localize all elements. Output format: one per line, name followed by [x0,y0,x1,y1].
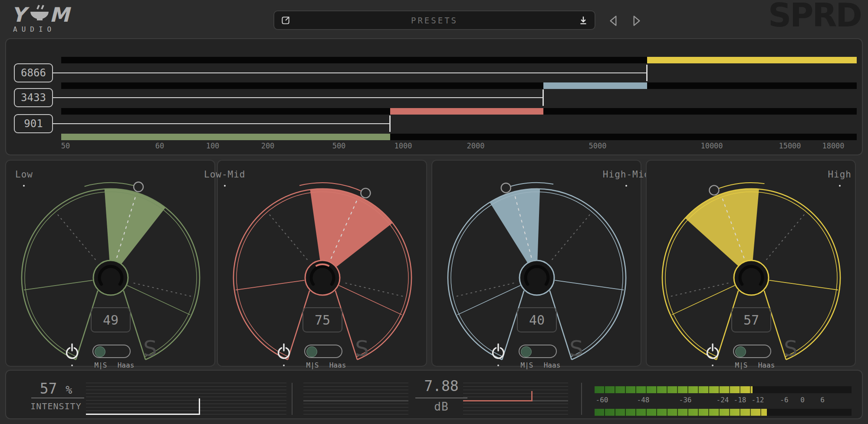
axis-tick-label: 1000 [395,141,412,150]
spread-gauge-high-mid[interactable] [432,161,642,368]
ms-mode-label[interactable]: M|S [90,361,111,369]
band-dot [224,185,226,187]
crossover-value-low[interactable]: 901 [14,114,53,133]
band-label: High-Mid [603,169,650,180]
intensity-slider[interactable] [86,383,286,415]
band-bar-low [61,134,857,140]
power-dot [712,365,713,366]
ms-haas-toggle[interactable] [519,345,557,358]
ms-haas-toggle[interactable] [733,345,771,358]
band-dot [625,185,627,187]
band-dot [839,185,841,187]
gauge-handle[interactable] [134,182,143,192]
band-power-button[interactable] [276,342,292,366]
band-card-high: High 57 M|S Haas S [646,160,856,367]
crossover-handle[interactable] [389,115,391,132]
gauge-handle[interactable] [709,185,719,195]
spread-gauge-low[interactable] [6,161,216,368]
crossover-value-high[interactable]: 6866 [14,63,53,82]
spread-gauge-low-mid[interactable] [218,161,428,368]
band-label-wrap: High [828,169,852,187]
right-triangle-icon [634,16,640,25]
crossover-slider-low[interactable] [53,123,390,124]
band-segment-low [61,134,390,140]
previous-preset-button[interactable] [606,13,621,29]
toggle-knob[interactable] [735,346,746,357]
band-power-button[interactable] [704,342,721,366]
haas-mode-label[interactable]: Haas [113,361,139,369]
meter-scale-label: -36 [679,396,692,404]
band-segment-high [647,57,857,63]
toggle-knob[interactable] [521,346,532,357]
ms-mode-label[interactable]: M|S [302,361,323,369]
band-power-button[interactable] [490,342,506,366]
toggle-knob[interactable] [95,346,105,357]
crossover-handle[interactable] [646,65,648,81]
footer-separator [581,383,582,415]
solo-button[interactable]: S [355,336,369,361]
axis-tick-label: 18000 [822,141,844,150]
spread-value-high-mid[interactable]: 40 [517,307,557,332]
gauge-handle[interactable] [501,183,511,193]
meter-level-left [595,386,753,393]
spread-value-high[interactable]: 57 [731,307,771,332]
ms-haas-toggle[interactable] [92,345,131,358]
export-preset-icon[interactable] [280,15,291,26]
solo-button[interactable]: S [143,336,157,361]
gain-rule [415,398,467,398]
meter-ticks [595,386,753,393]
meter-track-left [595,386,852,393]
sprd-plugin-window: Y M AUDIO PRESETS SPRD 6866 3 [0,0,868,424]
band-bar-low-mid [61,108,857,115]
meter-scale-label: -60 [596,396,608,404]
band-label: Low-Mid [204,169,246,180]
load-preset-icon[interactable] [578,15,589,26]
gauge-handle[interactable] [361,188,370,198]
power-dot [497,365,499,366]
crossover-value-mid[interactable]: 3433 [14,88,53,107]
brand-letter-y: Y [11,4,30,26]
band-card-low-mid: Low-Mid 75 M|S Haas S [217,160,427,367]
crossover-slider-high[interactable] [53,72,647,73]
spread-value-low[interactable]: 49 [91,307,131,332]
band-card-low: Low 49 M|S Haas S [5,160,215,367]
solo-button[interactable]: S [784,336,798,361]
toggle-knob[interactable] [306,346,317,357]
ms-mode-label[interactable]: M|S [731,361,752,369]
intensity-rule [31,398,84,398]
crossover-slider-mid[interactable] [53,97,543,98]
power-dot [283,365,285,366]
ms-mode-label[interactable]: M|S [516,361,537,369]
gain-indicator-v[interactable] [531,391,533,401]
haas-mode-label[interactable]: Haas [753,361,779,369]
haas-mode-label[interactable]: Haas [539,361,565,369]
brand-letter-m: M [49,4,71,26]
power-icon [64,342,80,360]
power-icon [705,342,720,360]
intensity-indicator-v[interactable] [199,398,200,415]
bowl-icon [30,12,49,19]
gain-slider-left[interactable] [303,383,408,415]
footer-separator [292,383,293,415]
intensity-number: 57 [40,380,57,397]
yum-audio-logo: Y M AUDIO [11,4,85,35]
intensity-value: 57 % [23,380,89,397]
haas-mode-label[interactable]: Haas [325,361,351,369]
solo-button[interactable]: S [569,336,583,361]
band-segment-low-mid [390,108,543,115]
brand-subtitle: AUDIO [13,25,56,33]
band-segment-high-mid [543,82,647,89]
output-meter: -60-48-36-24-18-12-606 [589,371,858,420]
band-power-button[interactable] [64,342,80,366]
spread-gauge-high[interactable] [647,161,857,368]
gain-slider-right[interactable] [463,383,568,415]
next-preset-button[interactable] [628,13,644,29]
crossover-handle[interactable] [542,89,544,106]
sprd-app-logo: SPRD [768,0,861,34]
presets-dropdown[interactable]: PRESETS [273,10,595,30]
axis-tick-label: 500 [332,141,346,150]
ms-haas-toggle[interactable] [304,345,342,358]
spread-value-low-mid[interactable]: 75 [302,307,342,332]
axis-tick-label: 60 [155,141,164,150]
band-label: High [828,169,852,180]
